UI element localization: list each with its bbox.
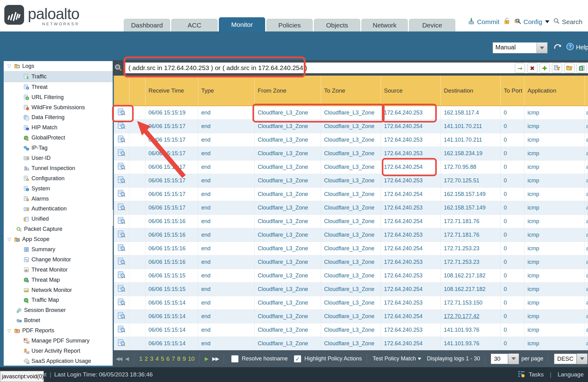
column-header-ac[interactable]: Ac bbox=[585, 76, 588, 106]
cell-receive-time[interactable]: 06/06 15:15:17 bbox=[145, 147, 198, 160]
cell-to-zone[interactable]: Cloudflare_L3_Zone bbox=[321, 337, 381, 350]
clear-filter-button[interactable]: ✖ bbox=[527, 63, 537, 73]
cell-type[interactable]: end bbox=[198, 133, 255, 147]
cell-from-zone[interactable]: Cloudflare_L3_Zone bbox=[255, 310, 321, 323]
page-number-2[interactable]: 2 bbox=[145, 355, 148, 362]
cell-action[interactable]: al bbox=[585, 147, 588, 160]
cell-from-zone[interactable]: Cloudflare_L3_Zone bbox=[255, 133, 321, 147]
next-page-button[interactable]: ▶ bbox=[205, 356, 208, 362]
sidebar-item-traffic-map[interactable]: Traffic Map bbox=[4, 295, 113, 305]
log-detail-button[interactable] bbox=[114, 201, 129, 215]
cell-from-zone[interactable]: Cloudflare_L3_Zone bbox=[255, 188, 321, 201]
column-header-application[interactable]: Application bbox=[524, 76, 585, 106]
cell-application[interactable]: icmp bbox=[524, 283, 585, 296]
page-number-5[interactable]: 5 bbox=[161, 355, 164, 362]
cell-type[interactable]: end bbox=[198, 242, 255, 255]
log-detail-button[interactable] bbox=[114, 106, 129, 120]
log-detail-button[interactable] bbox=[114, 120, 129, 133]
sidebar-item-wildfire-submissions[interactable]: WildFire Submissions bbox=[4, 102, 113, 113]
cell-to-zone[interactable]: Cloudflare_L3_Zone bbox=[321, 188, 381, 201]
cell-source[interactable]: 172.64.240.253 bbox=[381, 174, 441, 188]
cell-from-zone[interactable]: Cloudflare_L3_Zone bbox=[255, 337, 321, 350]
cell-to-port[interactable]: 0 bbox=[501, 120, 524, 133]
sidebar-item-packet-capture[interactable]: Packet Capture bbox=[4, 224, 113, 234]
highlight-policy-actions-checkbox[interactable]: ✓ bbox=[294, 355, 301, 363]
cell-application[interactable]: icmp bbox=[524, 242, 585, 255]
log-detail-button[interactable] bbox=[114, 228, 129, 242]
cell-type[interactable]: end bbox=[198, 160, 255, 174]
sidebar-item-threat[interactable]: Threat bbox=[4, 82, 113, 92]
refresh-button[interactable] bbox=[553, 43, 562, 53]
cell-from-zone[interactable]: Cloudflare_L3_Zone bbox=[255, 255, 321, 269]
log-detail-button[interactable] bbox=[114, 310, 129, 323]
cell-from-zone[interactable]: Cloudflare_L3_Zone bbox=[255, 296, 321, 310]
sidebar-item-user-id[interactable]: User-ID bbox=[4, 153, 113, 163]
log-detail-button[interactable] bbox=[114, 323, 129, 337]
tab-monitor[interactable]: Monitor bbox=[219, 17, 265, 31]
cell-type[interactable]: end bbox=[198, 269, 255, 283]
cell-receive-time[interactable]: 06/06 15:15:14 bbox=[145, 337, 198, 350]
cell-to-port[interactable]: 0 bbox=[501, 242, 524, 255]
tab-dashboard[interactable]: Dashboard bbox=[124, 19, 170, 31]
cell-source[interactable]: 172.64.240.253 bbox=[381, 255, 441, 269]
cell-to-zone[interactable]: Cloudflare_L3_Zone bbox=[321, 147, 381, 160]
sidebar-item-manage-pdf-summary[interactable]: Manage PDF Summary bbox=[4, 336, 113, 346]
cell-to-zone[interactable]: Cloudflare_L3_Zone bbox=[321, 283, 381, 296]
cell-type[interactable]: end bbox=[198, 174, 255, 188]
cell-source[interactable]: 172.64.240.254 bbox=[381, 242, 441, 255]
cell-to-zone[interactable]: Cloudflare_L3_Zone bbox=[321, 296, 381, 310]
cell-destination[interactable]: 172.71.153.150 bbox=[441, 296, 501, 310]
cell-type[interactable]: end bbox=[198, 310, 255, 323]
column-header-blank[interactable] bbox=[114, 76, 129, 106]
sidebar-item-hip-match[interactable]: HIP Match bbox=[4, 122, 113, 133]
sidebar-item-data-filtering[interactable]: Data Filtering bbox=[4, 112, 113, 122]
cell-application[interactable]: icmp bbox=[524, 106, 585, 120]
cell-from-zone[interactable]: Cloudflare_L3_Zone bbox=[255, 160, 321, 174]
apply-filter-button[interactable]: → bbox=[515, 63, 525, 73]
refresh-interval-select[interactable]: Manual bbox=[493, 42, 548, 53]
cell-destination[interactable]: 108.162.217.182 bbox=[441, 269, 501, 283]
sidebar-item-change-monitor[interactable]: Change Monitor bbox=[4, 255, 113, 265]
cell-receive-time[interactable]: 06/06 15:15:17 bbox=[145, 174, 198, 188]
load-filter-button[interactable] bbox=[564, 63, 574, 73]
cell-application[interactable]: icmp bbox=[524, 323, 585, 337]
cell-destination[interactable]: 172.70.125.51 bbox=[441, 174, 501, 188]
cell-to-port[interactable]: 0 bbox=[501, 201, 524, 215]
previous-page-button[interactable]: ◀ bbox=[125, 356, 129, 362]
cell-to-zone[interactable]: Cloudflare_L3_Zone bbox=[321, 133, 381, 147]
cell-type[interactable]: end bbox=[198, 215, 255, 228]
cell-application[interactable]: icmp bbox=[524, 228, 585, 242]
cell-destination[interactable]: 162.158.117.4 bbox=[441, 106, 501, 120]
cell-type[interactable]: end bbox=[198, 188, 255, 201]
cell-source[interactable]: 172.64.240.254 bbox=[381, 160, 441, 174]
lock-icon[interactable] bbox=[503, 17, 511, 26]
cell-to-zone[interactable]: Cloudflare_L3_Zone bbox=[321, 228, 381, 242]
column-header-destination[interactable]: Destination bbox=[441, 76, 501, 106]
log-detail-button[interactable] bbox=[114, 215, 129, 228]
per-page-dropdown-button[interactable] bbox=[508, 354, 519, 364]
cell-source[interactable]: 172.64.240.253 bbox=[381, 296, 441, 310]
page-number-10[interactable]: 10 bbox=[188, 355, 194, 362]
cell-source[interactable]: 172.64.240.254 bbox=[381, 215, 441, 228]
cell-destination[interactable]: 162.158.157.149 bbox=[441, 188, 501, 201]
cell-action[interactable]: al bbox=[585, 201, 588, 215]
add-filter-button[interactable]: ✚ bbox=[540, 63, 550, 73]
cell-to-port[interactable]: 0 bbox=[501, 188, 524, 201]
page-number-1[interactable]: 1 bbox=[139, 355, 143, 362]
cell-action[interactable]: al bbox=[585, 228, 588, 242]
cell-receive-time[interactable]: 06/06 15:15:14 bbox=[145, 310, 198, 323]
cell-action[interactable]: al bbox=[585, 296, 588, 310]
cell-receive-time[interactable]: 06/06 15:15:15 bbox=[145, 269, 198, 283]
sidebar-item-traffic[interactable]: Traffic bbox=[4, 71, 113, 82]
log-detail-button[interactable] bbox=[114, 269, 129, 283]
cell-source[interactable]: 172.64.240.253 bbox=[381, 228, 441, 242]
cell-receive-time[interactable]: 06/06 15:15:15 bbox=[145, 283, 198, 296]
cell-action[interactable]: al bbox=[585, 255, 588, 269]
expander-icon[interactable]: ▽ bbox=[7, 328, 12, 334]
cell-to-port[interactable]: 0 bbox=[501, 337, 524, 350]
cell-application[interactable]: icmp bbox=[524, 201, 585, 215]
sidebar-item-user-activity-report[interactable]: User Activity Report bbox=[4, 346, 113, 356]
tasks-button[interactable]: Tasks bbox=[529, 371, 544, 378]
first-page-button[interactable]: ◀◀ bbox=[116, 356, 122, 362]
log-detail-button[interactable] bbox=[114, 296, 129, 310]
